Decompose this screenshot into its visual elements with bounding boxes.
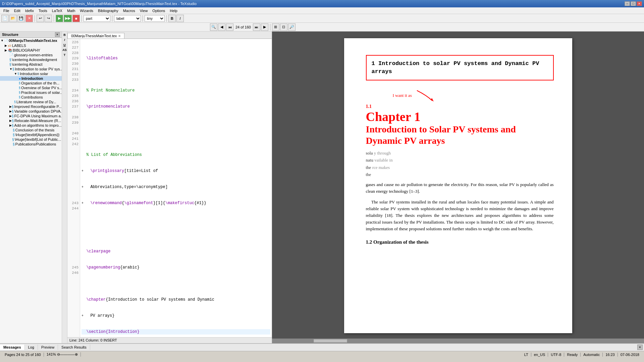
tab-close-icon[interactable]: ✕ [118, 34, 121, 38]
tab-preview[interactable]: Preview [38, 345, 58, 350]
tree-item-publications[interactable]: § \Huge{\textbf{List of Public... [0, 137, 62, 142]
size-select[interactable]: tiny [145, 15, 165, 22]
menu-edit[interactable]: Edit [12, 8, 22, 13]
tree-item-addon[interactable]: ▶ § Add-on algorithms to impro... [0, 123, 62, 128]
minimize-button[interactable]: – [625, 1, 630, 6]
tree-label: \centering Abstract [12, 62, 43, 66]
preview-content[interactable]: 1 Introduction to solar PV systems and D… [272, 32, 644, 339]
tree-item-pub2[interactable]: § Publications/Publications [0, 142, 62, 146]
code-line-231 [82, 136, 270, 141]
body-paragraph-2: The solar PV systems installed in the ru… [366, 199, 554, 233]
menu-file[interactable]: File [1, 8, 11, 13]
tree-item-practical[interactable]: § Practical issues of solar... [0, 90, 62, 95]
labels-icon: 🏷 [8, 44, 11, 48]
redo-button[interactable]: ↪ [45, 15, 52, 22]
tree-item-fcdpva[interactable]: ▶ § FC-DPVA Using Maximum a... [0, 114, 62, 118]
next-page2-button[interactable]: ⏭ [253, 23, 260, 31]
editor-statusline: Line: 241 Column: 0 INSERT [67, 337, 272, 343]
new-button[interactable]: 📄 [1, 15, 9, 22]
undo-button[interactable]: ↩ [37, 15, 44, 22]
tab-messages[interactable]: Messages [0, 345, 25, 350]
tree-item-relocate[interactable]: ▶ § Relocate-Wait-Measure (R... [0, 118, 62, 123]
hscroll-thumb[interactable] [314, 339, 347, 343]
fit-width-button[interactable]: ⊡ [280, 23, 287, 31]
tree-item-improved[interactable]: ▶ § Improved Reconfigurable P... [0, 104, 62, 109]
tab-search-results[interactable]: Search Results [58, 345, 90, 350]
stop-button[interactable]: ■ [72, 15, 80, 22]
open-button[interactable]: 📂 [9, 15, 17, 22]
save-button[interactable]: 💾 [17, 15, 25, 22]
maximize-button[interactable]: □ [631, 1, 636, 6]
preview-hscrollbar[interactable] [272, 339, 644, 343]
tree-item-bibliography[interactable]: ▶ 📚 BIBLIOGRAPHY [0, 48, 62, 53]
menu-math[interactable]: Math [65, 8, 77, 13]
menu-wizards[interactable]: Wizards [78, 8, 95, 13]
tab-log[interactable]: Log [25, 345, 38, 350]
italic-button[interactable]: I [176, 15, 184, 22]
menu-tools[interactable]: Tools [37, 8, 49, 13]
menu-bibliography[interactable]: Bibliography [96, 8, 120, 13]
tree-arrow: ▼ [1, 39, 4, 42]
tab-label: 00ManjuThesisMainText.tex [71, 34, 117, 38]
annotation-label: I want it as [393, 93, 412, 98]
subsec-icon6: § [14, 100, 16, 104]
side-letter-t[interactable]: T [63, 53, 66, 57]
tree-item-variable[interactable]: ▶ § Variable configuration DPVA... [0, 109, 62, 114]
label-select[interactable]: label [114, 15, 141, 22]
menu-options[interactable]: Options [150, 8, 167, 13]
close-button[interactable]: ✕ [637, 1, 642, 6]
tree-item-abstract[interactable]: § \centering Abstract [0, 62, 62, 67]
tree-item-labels[interactable]: ▶ 🏷 LABELS [0, 43, 62, 48]
side-letter-b[interactable]: B [63, 33, 66, 37]
tree-item-intro-solar-sub[interactable]: ▼ § Introduction solar [0, 71, 62, 76]
line-num [67, 233, 78, 238]
structure-close-button[interactable]: ✕ [55, 32, 60, 37]
tree-label: Practical issues of solar... [21, 90, 62, 95]
menu-help[interactable]: Help [168, 8, 179, 13]
menu-idefix[interactable]: Idefix [23, 8, 36, 13]
tree-item-glossary[interactable]: 📄 glossary-nomen-entries [0, 53, 62, 57]
zoom-out-button[interactable]: 🔎 [288, 23, 296, 31]
next-page-button[interactable]: ▶ [261, 23, 268, 31]
prev-page2-button[interactable]: ⏮ [226, 23, 233, 31]
bold-button[interactable]: B [168, 15, 176, 22]
menu-macros[interactable]: Macros [121, 8, 137, 13]
tree-item-intro-solar[interactable]: ▼ § Introduction to solar PV sys... [0, 67, 62, 71]
tree-item-appendices[interactable]: § \Huge{\textbf{Appendices}} [0, 132, 62, 137]
tree-arrow3: ▼ [14, 72, 17, 75]
tree-label: Conclusion of the thesis [15, 128, 55, 132]
partial-line-1: sola y through [366, 150, 554, 157]
chapter-iconA: § [13, 133, 15, 137]
compile2-button[interactable]: ▶▶ [64, 15, 72, 22]
bottom-close-button[interactable]: ✕ [637, 345, 643, 350]
editor-content[interactable]: 226 227 228 229 230 231 232 233 234 235 … [67, 39, 272, 337]
compile-select[interactable]: part [84, 15, 110, 22]
tree-item-conclusion[interactable]: § Conclusion of the thesis [0, 128, 62, 132]
compile-button[interactable]: ▶ [56, 15, 63, 22]
prev-page-button[interactable]: ◀ [218, 23, 225, 31]
tree-label: \Huge{\textbf{Appendices}} [15, 133, 60, 137]
line-num: 245 [67, 265, 78, 270]
side-letter-as[interactable]: AS [62, 48, 67, 52]
tree-item-overview[interactable]: § Overview of Solar PV s... [0, 85, 62, 90]
line-num: 228 [67, 50, 78, 56]
tree-item-org[interactable]: § Organization of the th... [0, 81, 62, 85]
menu-view[interactable]: View [138, 8, 150, 13]
tree-label: \centering Acknowledgment [12, 58, 57, 62]
line-numbers: 226 227 228 229 230 231 232 233 234 235 … [67, 39, 80, 337]
menu-latex[interactable]: LaTeX [50, 8, 64, 13]
side-letter-i[interactable]: I [64, 38, 65, 42]
chapter-iconC: § [13, 142, 15, 146]
tree-item-main[interactable]: ▼ 📄 00ManjuThesisMainText.tex [0, 38, 62, 43]
side-letter-u[interactable]: U [63, 43, 66, 47]
tree-item-ack[interactable]: § \centering Acknowledgment [0, 57, 62, 62]
tree-item-introduction[interactable]: ● Introduction [0, 76, 62, 81]
status-zoom: 141% ⊖————⊕ [44, 352, 81, 357]
zoom-in-button[interactable]: 🔍 [210, 23, 217, 31]
code-area[interactable]: \listoftables % Print Nomenclature \prin… [80, 39, 272, 337]
tree-item-contributions[interactable]: § Contributions [0, 95, 62, 100]
fit-page-button[interactable]: ⊞ [272, 23, 279, 31]
close-doc-button[interactable]: ✕ [25, 15, 33, 22]
editor-tab-main[interactable]: 00ManjuThesisMainText.tex ✕ [67, 33, 124, 39]
tree-item-litrev[interactable]: § Literature review of Dy... [0, 100, 62, 104]
